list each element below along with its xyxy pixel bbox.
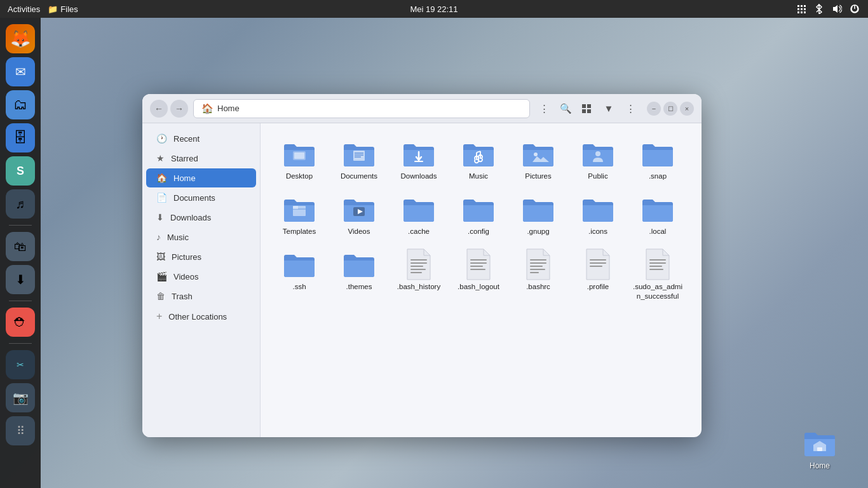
bluetooth-icon[interactable] xyxy=(813,3,825,15)
dock-item-bag[interactable]: 🛍 xyxy=(6,232,35,261)
home-folder-icon xyxy=(803,426,836,459)
file-item-sudo-admin[interactable]: .sudo_as_admin_successful xyxy=(629,244,686,306)
dock-item-wallet[interactable]: 🗂 xyxy=(6,90,35,119)
sidebar-item-trash[interactable]: 🗑 Trash xyxy=(146,287,256,306)
sidebar-item-starred[interactable]: ★ Starred xyxy=(146,149,256,168)
network-icon[interactable] xyxy=(796,3,807,15)
documents-folder-icon xyxy=(342,139,376,169)
file-item-gnupg[interactable]: .gnupg xyxy=(510,189,567,241)
svg-rect-28 xyxy=(410,266,423,267)
desktop-folder-icon xyxy=(283,139,316,169)
sidebar-item-documents[interactable]: 📄 Documents xyxy=(146,188,256,207)
sort-button[interactable]: ▼ xyxy=(600,100,618,118)
minimize-button[interactable]: − xyxy=(647,102,661,116)
app-name-label: 📁 Files xyxy=(48,4,78,14)
svg-rect-42 xyxy=(590,266,602,267)
titlebar: ← → 🏠 Home ⋮ 🔍 ▼ ⋮ − ◻ × xyxy=(142,94,702,123)
sidebar-item-pictures[interactable]: 🖼 Pictures xyxy=(146,247,256,266)
file-item-bash-history[interactable]: .bash_history xyxy=(390,244,447,306)
svg-rect-41 xyxy=(590,262,606,264)
file-item-cache[interactable]: .cache xyxy=(390,189,447,241)
file-item-icons[interactable]: .icons xyxy=(569,189,627,241)
dock-item-grid[interactable]: ⠿ xyxy=(6,416,35,445)
config-folder-label: .config xyxy=(468,227,489,236)
location-bar[interactable]: 🏠 Home xyxy=(193,99,530,118)
file-item-public[interactable]: Public xyxy=(569,133,627,186)
svg-rect-18 xyxy=(355,154,363,156)
close-button[interactable]: × xyxy=(680,102,694,116)
power-icon[interactable] xyxy=(849,3,860,15)
maximize-button[interactable]: ◻ xyxy=(663,102,677,116)
file-item-local[interactable]: .local xyxy=(629,189,686,241)
pictures-folder-icon xyxy=(522,139,555,169)
dock-item-camera[interactable]: 📷 xyxy=(6,383,35,412)
sidebar-item-music[interactable]: ♪ Music xyxy=(146,227,256,247)
file-item-desktop[interactable]: Desktop xyxy=(271,133,328,186)
file-item-ssh[interactable]: .ssh xyxy=(271,244,328,306)
dock-item-help[interactable]: ⛑ xyxy=(6,308,35,337)
back-button[interactable]: ← xyxy=(150,100,168,118)
file-item-snap[interactable]: .snap xyxy=(629,133,686,186)
svg-rect-4 xyxy=(801,8,803,10)
dock-item-files[interactable]: 🗄 xyxy=(6,123,35,152)
local-folder-label: .local xyxy=(649,227,667,236)
datetime-label: Mei 19 22:11 xyxy=(410,4,458,14)
svg-rect-36 xyxy=(530,262,546,264)
file-item-bash-logout[interactable]: .bash_logout xyxy=(450,244,507,306)
location-text: Home xyxy=(217,104,240,113)
ssh-folder-icon xyxy=(283,249,316,280)
file-item-music[interactable]: Music xyxy=(450,133,507,186)
dock-item-firefox[interactable]: 🦊 xyxy=(6,24,35,53)
forward-button[interactable]: → xyxy=(170,100,188,118)
file-item-downloads[interactable]: Downloads xyxy=(390,133,447,186)
svg-rect-17 xyxy=(355,152,363,154)
volume-icon[interactable] xyxy=(831,3,843,15)
dock-item-email[interactable]: ✉ xyxy=(6,57,35,86)
sidebar-item-videos[interactable]: 🎬 Videos xyxy=(146,267,256,286)
file-item-config[interactable]: .config xyxy=(450,189,507,241)
bash-logout-file-icon xyxy=(462,249,495,280)
view-toggle-button[interactable] xyxy=(578,100,596,118)
sidebar-item-home[interactable]: 🏠 Home xyxy=(146,168,256,187)
sidebar-item-other-locations[interactable]: + Other Locations xyxy=(146,306,256,327)
dock: 🦊 ✉ 🗂 🗄 S ♬ 🛍 ⬇ ⛑ ✂ 📷 ⠿ xyxy=(0,18,41,488)
search-button[interactable]: 🔍 xyxy=(557,100,574,118)
sudo-admin-label: .sudo_as_admin_successful xyxy=(632,282,684,301)
dock-item-source[interactable]: S xyxy=(6,156,35,186)
dock-item-snap[interactable]: ✂ xyxy=(6,350,35,379)
dock-separator xyxy=(9,225,32,226)
file-item-themes[interactable]: .themes xyxy=(330,244,388,306)
file-item-documents[interactable]: Documents xyxy=(330,133,388,186)
svg-rect-7 xyxy=(801,11,803,13)
menu-dots-button[interactable]: ⋮ xyxy=(535,100,553,118)
svg-rect-40 xyxy=(590,259,606,261)
svg-rect-3 xyxy=(797,8,799,10)
desktop-home-icon[interactable]: Home xyxy=(803,426,836,470)
svg-rect-47 xyxy=(817,447,822,451)
local-folder-icon xyxy=(641,194,674,224)
sudo-admin-file-icon xyxy=(641,249,674,280)
downloads-label: Downloads xyxy=(170,213,211,222)
recent-icon: 🕐 xyxy=(156,133,167,144)
window-controls: − ◻ × xyxy=(647,102,694,116)
svg-rect-12 xyxy=(582,109,586,113)
file-item-templates[interactable]: Templates xyxy=(271,189,328,241)
more-button[interactable]: ⋮ xyxy=(621,100,639,118)
svg-rect-29 xyxy=(410,269,426,270)
videos-folder-label: Videos xyxy=(348,227,370,236)
file-item-profile[interactable]: .profile xyxy=(569,244,627,306)
file-item-pictures[interactable]: Pictures xyxy=(510,133,567,186)
sidebar-item-recent[interactable]: 🕐 Recent xyxy=(146,129,256,148)
dock-item-download[interactable]: ⬇ xyxy=(6,265,35,294)
dock-item-music[interactable]: ♬ xyxy=(6,189,35,219)
svg-rect-8 xyxy=(804,11,806,13)
templates-folder-icon xyxy=(283,194,316,224)
svg-rect-19 xyxy=(355,156,361,158)
snap-folder-label: .snap xyxy=(649,172,667,181)
svg-rect-1 xyxy=(801,5,803,7)
sidebar-item-downloads[interactable]: ⬇ Downloads xyxy=(146,208,256,227)
activities-button[interactable]: Activities xyxy=(8,4,40,14)
file-item-videos[interactable]: Videos xyxy=(330,189,388,241)
svg-rect-38 xyxy=(530,269,545,270)
file-item-bashrc[interactable]: .bashrc xyxy=(510,244,567,306)
